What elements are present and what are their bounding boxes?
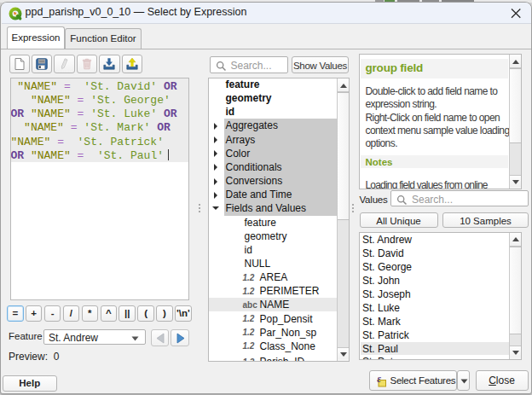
svg-text:ε: ε <box>377 375 381 384</box>
